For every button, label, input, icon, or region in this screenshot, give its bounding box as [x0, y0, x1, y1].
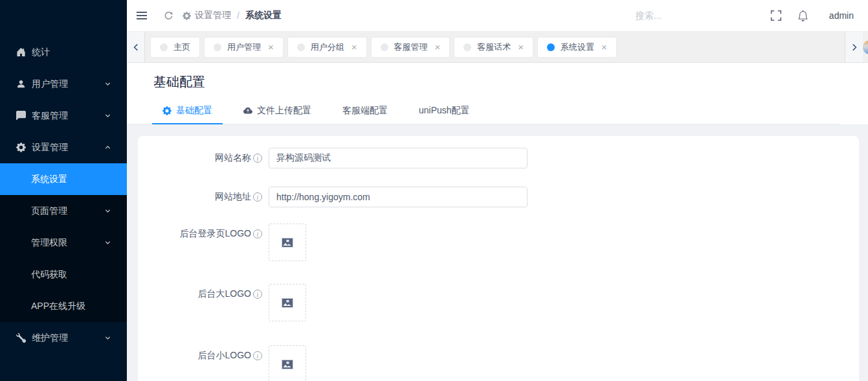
sidebar-item-users[interactable]: 用户管理 [0, 68, 127, 100]
image-icon [282, 238, 293, 248]
close-icon[interactable]: × [518, 42, 524, 52]
field-label-text: 网站地址 [215, 191, 251, 203]
field-label-text: 网站名称 [215, 152, 251, 164]
sidebar-item-page-management[interactable]: 页面管理 [0, 195, 127, 227]
tab-user-management[interactable]: 用户管理 × [204, 37, 284, 58]
form-row-small-logo: 后台小LOGO i [138, 345, 859, 381]
tab-label: 客服端配置 [342, 105, 388, 117]
breadcrumb: 设置管理 / 系统设置 [183, 10, 282, 21]
form-row-big-logo: 后台大LOGO i [138, 284, 859, 321]
tab-options-icon[interactable] [863, 40, 868, 54]
tab-label: uniPush配置 [419, 105, 470, 117]
big-logo-upload[interactable] [269, 284, 306, 321]
login-logo-upload[interactable] [269, 224, 306, 261]
tab-dot-icon [381, 43, 388, 51]
chat-icon [16, 111, 26, 121]
sidebar-item-label: 页面管理 [31, 205, 104, 217]
sidebar: 统计 用户管理 客服管理 设置管理 系统设置 页面管理 管理权限 代码获取 AP… [0, 0, 127, 381]
tab-home[interactable]: 主页 [150, 37, 200, 58]
gear-icon [16, 143, 26, 152]
main-content: 基础配置 基础配置 文件上传配置 客服端配置 uniPush配置 网站名称 [127, 63, 868, 381]
form-row-site-name: 网站名称 i [138, 148, 859, 168]
site-name-input[interactable] [269, 148, 528, 168]
field-label: 后台小LOGO i [138, 345, 262, 366]
tab-system-settings[interactable]: 系统设置 × [537, 37, 617, 58]
sidebar-item-label: APP在线升级 [31, 301, 111, 312]
info-icon[interactable]: i [253, 351, 262, 360]
tab-client-config[interactable]: 客服端配置 [332, 105, 398, 124]
hamburger-icon[interactable] [136, 11, 148, 20]
chevron-up-icon [104, 144, 111, 151]
tab-label: 文件上传配置 [257, 105, 311, 117]
tab-dot-icon [160, 43, 168, 51]
cloud-upload-icon [243, 106, 252, 115]
tabs-scroll-left-button[interactable] [127, 32, 145, 63]
close-icon[interactable]: × [601, 42, 607, 52]
tab-label: 主页 [173, 41, 190, 53]
tab-unipush-config[interactable]: uniPush配置 [408, 105, 480, 124]
tab-list: 主页 用户管理 × 用户分组 × 客服管理 × 客服话术 × 系统设置 × [150, 37, 617, 58]
wrench-icon [16, 333, 26, 343]
sidebar-item-label: 代码获取 [31, 269, 111, 281]
tab-basic-config[interactable]: 基础配置 [152, 105, 223, 124]
refresh-icon[interactable] [164, 11, 173, 21]
sidebar-item-maintenance[interactable]: 维护管理 [0, 322, 127, 354]
tab-dot-icon [297, 43, 305, 51]
sidebar-item-code-fetch[interactable]: 代码获取 [0, 259, 127, 290]
field-label: 网站地址 i [138, 187, 262, 207]
search-input[interactable] [634, 10, 731, 21]
small-logo-upload[interactable] [269, 345, 306, 381]
sidebar-item-admin-permissions[interactable]: 管理权限 [0, 227, 127, 259]
tab-upload-config[interactable]: 文件上传配置 [233, 105, 322, 124]
field-label-text: 后台登录页LOGO [180, 228, 251, 240]
tab-dot-icon [547, 43, 555, 51]
sidebar-item-label: 管理权限 [31, 237, 104, 249]
sidebar-item-label: 系统设置 [31, 174, 111, 185]
chevron-left-icon [132, 43, 140, 52]
sidebar-item-app-upgrade[interactable]: APP在线升级 [0, 290, 127, 322]
info-icon[interactable]: i [253, 154, 262, 163]
sidebar-item-label: 维护管理 [32, 332, 104, 344]
image-icon [282, 360, 293, 369]
form-row-login-logo: 后台登录页LOGO i [138, 224, 859, 261]
chevron-down-icon [104, 80, 111, 87]
close-icon[interactable]: × [351, 42, 357, 52]
sidebar-item-system-settings[interactable]: 系统设置 [0, 163, 127, 195]
fullscreen-icon[interactable] [770, 10, 782, 21]
tab-dot-icon [463, 43, 471, 51]
field-label: 后台登录页LOGO i [138, 224, 262, 244]
opened-tabs-bar: 主页 用户管理 × 用户分组 × 客服管理 × 客服话术 × 系统设置 × [127, 32, 868, 63]
info-icon[interactable]: i [253, 290, 262, 299]
user-icon [16, 79, 26, 89]
sidebar-item-service[interactable]: 客服管理 [0, 100, 127, 132]
breadcrumb-separator: / [237, 10, 239, 21]
tab-service-scripts[interactable]: 客服话术 × [454, 37, 533, 58]
gear-icon [162, 106, 172, 115]
tab-user-groups[interactable]: 用户分组 × [287, 37, 367, 58]
close-icon[interactable]: × [435, 42, 441, 52]
home-icon [16, 47, 26, 57]
breadcrumb-parent[interactable]: 设置管理 [195, 10, 231, 21]
sidebar-item-label: 客服管理 [32, 110, 104, 122]
bell-icon[interactable] [797, 10, 808, 21]
basic-config-form: 网站名称 i 网站地址 i 后台登录页LOGO i [138, 136, 859, 381]
user-menu[interactable]: admin [829, 10, 854, 21]
field-label-text: 后台小LOGO [198, 350, 251, 362]
tabs-scroll-right-button[interactable] [845, 32, 863, 63]
info-icon[interactable]: i [253, 192, 262, 202]
image-icon [282, 298, 293, 308]
sidebar-submenu-settings: 系统设置 页面管理 管理权限 代码获取 APP在线升级 [0, 163, 127, 322]
form-card: 网站名称 i 网站地址 i 后台登录页LOGO i [138, 136, 859, 381]
site-url-input[interactable] [269, 187, 528, 207]
sidebar-item-stats[interactable]: 统计 [0, 36, 127, 68]
page-title: 基础配置 [127, 63, 868, 91]
form-row-site-url: 网站地址 i [138, 187, 859, 207]
tab-label: 基础配置 [176, 105, 212, 117]
tab-label: 客服管理 [394, 41, 428, 53]
gear-icon [183, 12, 191, 20]
sidebar-item-settings[interactable]: 设置管理 [0, 132, 127, 163]
info-icon[interactable]: i [253, 229, 262, 238]
close-icon[interactable]: × [268, 42, 274, 52]
tab-service-management[interactable]: 客服管理 × [371, 37, 451, 58]
chevron-down-icon [104, 239, 111, 246]
